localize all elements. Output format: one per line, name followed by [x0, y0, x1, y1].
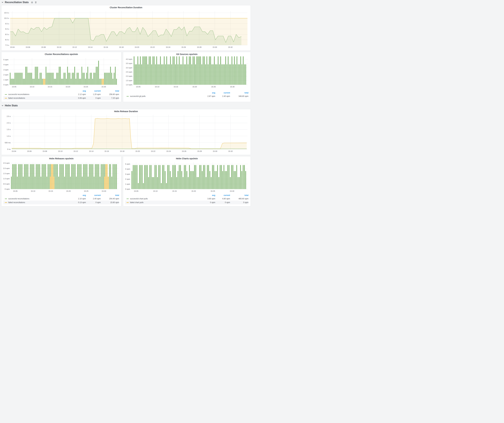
svg-text:9.0 s: 9.0 s	[5, 28, 9, 30]
panel-helm-release-duration: Helm Release Duration 15:0415:0615:0815:…	[1, 109, 251, 155]
svg-text:15:05: 15:05	[136, 86, 141, 88]
legend-value-avg: 2.12 opm	[71, 93, 86, 95]
svg-text:15:06: 15:06	[27, 150, 32, 152]
legend-col-avg[interactable]: avg	[71, 90, 86, 92]
svg-text:15:08: 15:08	[41, 46, 46, 48]
legend-row: failed reconciliations0.13 opm0 opm15.60…	[3, 201, 119, 204]
svg-text:15:24: 15:24	[166, 150, 171, 152]
chart-canvas: 15:0515:1015:1515:2015:2515:300 opm1 opm…	[124, 161, 249, 193]
panel-title[interactable]: Helm Releases ops/min	[1, 156, 121, 160]
panel-helm-charts: Helm Charts ops/min 15:0515:1015:1515:20…	[123, 156, 251, 206]
legend-series-name[interactable]: successful reconciliations	[8, 198, 29, 200]
legend-value-current: 2.40 opm	[215, 95, 230, 97]
gear-icon[interactable]: ⚙	[31, 1, 33, 4]
section-title[interactable]: Helm Stats	[5, 104, 18, 107]
svg-text:4 opm: 4 opm	[125, 168, 130, 170]
legend-series-name[interactable]: successful git pulls	[130, 95, 145, 97]
legend-col-current[interactable]: current	[86, 194, 101, 196]
legend-col-avg[interactable]: avg	[71, 194, 86, 196]
svg-text:1.5 opm: 1.5 opm	[3, 173, 10, 174]
svg-text:15:20: 15:20	[66, 190, 71, 192]
legend-row: successful reconciliations2.12 opm1.20 o…	[3, 93, 119, 96]
helm-charts-legend: avgcurrenttotalsuccessful chart pulls3.8…	[125, 194, 248, 204]
cluster-reconciliation-duration-chart[interactable]: 15:0415:0615:0815:1015:1215:1415:1615:18…	[3, 10, 249, 50]
legend-col-avg[interactable]: avg	[200, 92, 215, 94]
section-header-helm-stats[interactable]: Helm Stats	[1, 103, 18, 108]
legend-col-total[interactable]: total	[230, 92, 248, 94]
svg-text:3.5 opm: 3.5 opm	[126, 62, 132, 64]
legend-col-current[interactable]: current	[86, 90, 101, 92]
chevron-down-icon[interactable]	[1, 1, 3, 3]
svg-text:15:26: 15:26	[181, 46, 186, 48]
svg-text:2.5 opm: 2.5 opm	[3, 162, 10, 164]
legend-col-current[interactable]: current	[215, 92, 230, 94]
svg-text:15:04: 15:04	[10, 46, 15, 48]
legend-col-total[interactable]: total	[230, 194, 248, 196]
svg-text:8.5 s: 8.5 s	[5, 34, 9, 35]
legend-value-total: 256.80 opm	[101, 93, 119, 95]
legend-value-current: 4.80 opm	[215, 198, 230, 200]
legend-value-avg: 3.85 opm	[200, 198, 215, 200]
legend-value-total: 465.60 opm	[230, 198, 248, 200]
legend-value-total: 7.20 opm	[101, 97, 119, 99]
legend-value-avg: 2.10 opm	[71, 198, 86, 200]
panel-title[interactable]: Cluster Reconciliations ops/min	[1, 52, 121, 56]
svg-text:4.0 opm: 4.0 opm	[126, 58, 132, 60]
legend-series-name[interactable]: failed reconciliations	[8, 97, 25, 99]
svg-text:15:30: 15:30	[230, 190, 234, 192]
svg-text:15:15: 15:15	[174, 86, 178, 88]
git-sources-chart[interactable]: 15:0515:1015:1515:2015:2515:301.0 opm1.5…	[124, 56, 249, 89]
legend-series-name[interactable]: successful chart pulls	[130, 198, 148, 200]
legend-col-avg[interactable]: avg	[200, 194, 215, 196]
panel-title[interactable]: Cluster Reconciliation Duration	[1, 5, 251, 9]
svg-text:15:26: 15:26	[182, 150, 186, 152]
trash-icon[interactable]	[35, 1, 37, 3]
svg-text:2.5 s: 2.5 s	[7, 115, 11, 117]
svg-text:15:30: 15:30	[102, 190, 106, 192]
legend-header: avgcurrenttotal	[3, 89, 119, 93]
panel-title[interactable]: Helm Charts ops/min	[123, 156, 251, 160]
legend-header: avgcurrenttotal	[3, 194, 119, 197]
legend-value-avg: 0.06 opm	[71, 97, 86, 99]
helm-release-duration-chart[interactable]: 15:0415:0615:0815:1015:1215:1415:1615:18…	[3, 113, 249, 154]
section-title[interactable]: Reconciliation Stats	[5, 1, 29, 4]
legend-row: successful reconciliations2.10 opm2.40 o…	[3, 197, 119, 201]
chevron-down-icon[interactable]	[1, 105, 3, 106]
section-header-reconciliation-stats[interactable]: Reconciliation Stats ⚙	[1, 0, 37, 5]
svg-text:15:10: 15:10	[30, 86, 34, 88]
panel-helm-releases: Helm Releases ops/min 15:0515:1015:1515:…	[1, 156, 121, 206]
legend-series-name[interactable]: failed chart pulls	[130, 201, 144, 204]
panel-title[interactable]: Git Sources ops/min	[123, 52, 251, 56]
legend-col-total[interactable]: total	[101, 90, 119, 92]
svg-text:500 ms: 500 ms	[5, 142, 11, 144]
svg-text:2.5 opm: 2.5 opm	[126, 71, 132, 73]
svg-text:15:30: 15:30	[230, 86, 234, 88]
svg-text:15:20: 15:20	[66, 86, 70, 88]
legend-value-avg: 2.87 opm	[200, 95, 215, 97]
panel-title[interactable]: Helm Release Duration	[1, 109, 251, 113]
svg-text:15:15: 15:15	[48, 190, 53, 192]
helm-releases-chart[interactable]: 15:0515:1015:1515:2015:2515:300 opm0.5 o…	[3, 161, 120, 193]
legend-series-name[interactable]: successful reconciliations	[8, 93, 29, 95]
svg-text:15:14: 15:14	[89, 150, 94, 152]
svg-text:15:25: 15:25	[84, 86, 88, 88]
svg-text:15:05: 15:05	[134, 190, 138, 192]
svg-text:2 opm: 2 opm	[3, 74, 8, 76]
legend-col-current[interactable]: current	[215, 194, 230, 196]
svg-text:15:25: 15:25	[210, 190, 215, 192]
svg-text:0 ns: 0 ns	[7, 148, 11, 150]
svg-text:9.5 s: 9.5 s	[5, 23, 9, 25]
chart-canvas: 15:0415:0615:0815:1015:1215:1415:1615:18…	[3, 113, 249, 154]
svg-text:15:22: 15:22	[150, 46, 155, 48]
legend-value-current: 0 opm	[215, 201, 230, 204]
svg-text:15:16: 15:16	[103, 46, 108, 48]
legend-col-total[interactable]: total	[101, 194, 119, 196]
svg-text:15:30: 15:30	[102, 86, 106, 88]
svg-text:2.0 opm: 2.0 opm	[126, 75, 132, 77]
legend-series-name[interactable]: failed reconciliations	[8, 201, 25, 204]
cluster-reconciliations-chart[interactable]: 15:0515:1015:1515:2015:2515:300 opm1 opm…	[3, 56, 120, 89]
legend-value-avg: 0 opm	[200, 201, 215, 204]
helm-charts-chart[interactable]: 15:0515:1015:1515:2015:2515:300 opm1 opm…	[124, 161, 249, 193]
svg-text:1 opm: 1 opm	[3, 79, 8, 81]
svg-text:15:18: 15:18	[119, 46, 124, 48]
